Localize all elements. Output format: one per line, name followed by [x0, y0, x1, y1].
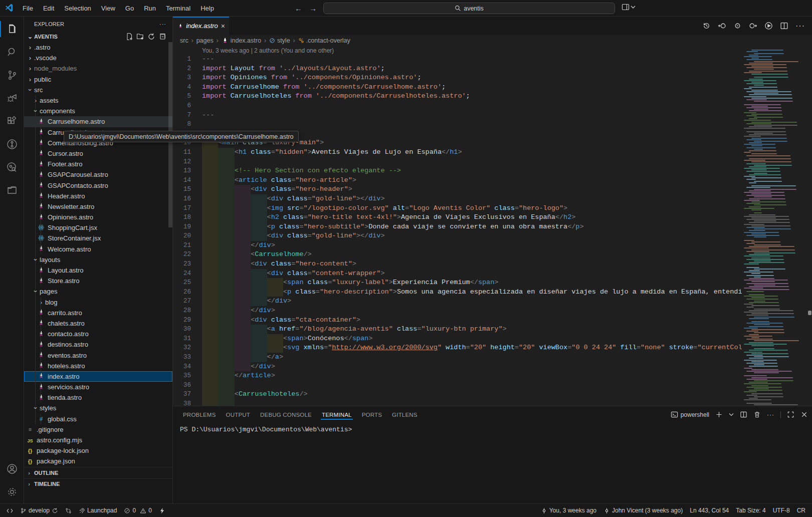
tree-item-chalets-astro[interactable]: chalets.astro — [24, 318, 172, 329]
collapse-all-icon[interactable] — [158, 33, 166, 41]
tree-item-src[interactable]: ›src — [24, 85, 172, 95]
terminal-content[interactable]: PS D:\Usuarios\jmgvi\Documentos\Web\aven… — [173, 423, 812, 503]
status-zap[interactable] — [155, 504, 169, 517]
split-terminal-icon[interactable] — [740, 411, 747, 418]
code-line-17[interactable]: 17<img src="/logotipo-color.svg" alt="Lo… — [173, 204, 742, 213]
code-line-35[interactable]: 35</article> — [173, 371, 742, 381]
status-tab-size-4[interactable]: Tab Size: 4 — [732, 504, 769, 517]
customize-layout-button[interactable] — [622, 3, 636, 11]
panel-tab-problems[interactable]: PROBLEMS — [179, 408, 220, 421]
breadcrumb--contact-overlay[interactable]: .contact-overlay — [298, 37, 350, 44]
tree-item--gitignore[interactable]: ≡.gitignore — [24, 424, 172, 435]
tree-item-gsapcarousel-astro[interactable]: GSAPCarousel.astro — [24, 169, 172, 180]
tree-item-destinos-astro[interactable]: destinos.astro — [24, 339, 172, 350]
tree-item-shoppingcart-jsx[interactable]: ShoppingCart.jsx — [24, 222, 172, 233]
code-line-11[interactable]: 11<h1 class="hidden">Aventis Viajes de L… — [173, 148, 742, 157]
new-file-icon[interactable] — [125, 33, 133, 41]
tree-item-layouts[interactable]: ›layouts — [24, 254, 172, 265]
search-view-icon[interactable] — [0, 41, 24, 64]
nav-back-button[interactable]: ← — [295, 4, 302, 13]
project-section-header[interactable]: ⌄ AVENTIS — [24, 31, 172, 42]
menu-terminal[interactable]: Terminal — [161, 3, 195, 14]
breadcrumb-src[interactable]: src — [180, 37, 188, 44]
code-line-33[interactable]: 33</a> — [173, 353, 742, 362]
more-actions-icon[interactable]: ··· — [795, 22, 805, 31]
tree-item-hoteles-astro[interactable]: hoteles.astro — [24, 361, 172, 371]
gitlens-inspect-icon[interactable] — [0, 156, 24, 179]
tree-item-store-astro[interactable]: Store.astro — [24, 276, 172, 286]
tree-item--vscode[interactable]: ›.vscode — [24, 53, 172, 63]
status-ln-443-col-54[interactable]: Ln 443, Col 54 — [686, 504, 732, 517]
status-remote[interactable] — [3, 504, 17, 517]
explorer-icon[interactable] — [0, 18, 24, 41]
tree-item-public[interactable]: ›public — [24, 74, 172, 85]
menu-run[interactable]: Run — [139, 3, 160, 14]
breadcrumb-index-astro[interactable]: index.astro — [222, 37, 261, 44]
code-line-36[interactable]: 36 — [173, 381, 742, 390]
code-line-4[interactable]: 4import Carruselhome from '../components… — [173, 83, 742, 92]
kill-terminal-trash-icon[interactable] — [753, 411, 761, 418]
code-area[interactable]: You, 3 weeks ago | 2 authors (You and on… — [173, 46, 742, 406]
panel-tab-debug-console[interactable]: DEBUG CONSOLE — [256, 408, 316, 421]
status-you-3-weeks-ago[interactable]: You, 3 weeks ago — [537, 504, 600, 517]
extensions-icon[interactable] — [0, 110, 24, 133]
tree-item-assets[interactable]: ›assets — [24, 95, 172, 106]
tree-item-layout-astro[interactable]: Layout.astro — [24, 265, 172, 276]
panel-tab-ports[interactable]: PORTS — [358, 408, 386, 421]
terminal-dropdown-icon[interactable] — [729, 411, 734, 418]
code-line-13[interactable]: 13<!-- Hero Section con efecto elegante … — [173, 166, 742, 176]
code-line-15[interactable]: 15<div class="hero-header"> — [173, 185, 742, 194]
panel-more-actions-icon[interactable]: ··· — [767, 411, 774, 418]
run-file-icon[interactable] — [764, 22, 773, 30]
tree-item-carruselhome-astro[interactable]: Carruselhome.astro — [24, 116, 172, 127]
tree-item-pages[interactable]: ›pages — [24, 286, 172, 297]
code-line-3[interactable]: 3import Opiniones from '../components/Op… — [173, 73, 742, 83]
menu-view[interactable]: View — [97, 3, 120, 14]
split-editor-icon[interactable] — [780, 22, 788, 30]
minimap[interactable] — [742, 46, 807, 406]
code-line-31[interactable]: 31<span>Conócenos</span> — [173, 334, 742, 344]
code-line-18[interactable]: 18<h2 class="hero-title text-4xl!">Agenc… — [173, 213, 742, 222]
tree-item-opiniones-astro[interactable]: Opiniones.astro — [24, 212, 172, 222]
tree-item-newsletter-astro[interactable]: Newsletter.astro — [24, 201, 172, 212]
tree-item-components[interactable]: ›components — [24, 106, 172, 116]
tree-item-welcome-astro[interactable]: Welcome.astro — [24, 244, 172, 254]
code-line-20[interactable]: 20<div class="gold-line"></div> — [173, 231, 742, 241]
source-control-icon[interactable] — [0, 64, 24, 87]
status-develop[interactable]: develop — [17, 504, 62, 517]
code-line-25[interactable]: 25<span class="luxury-label">Experiencia… — [173, 278, 742, 288]
breadcrumb-pages[interactable]: pages — [196, 37, 214, 44]
settings-gear-icon[interactable] — [0, 480, 24, 503]
status-john-vicent-3-weeks-ago-[interactable]: John Vicent (3 weeks ago) — [600, 504, 686, 517]
breadcrumb-style[interactable]: style — [269, 37, 290, 44]
tree-item-astro-config-mjs[interactable]: JSastro.config.mjs — [24, 435, 172, 445]
tree-item-global-css[interactable]: #global.css — [24, 414, 172, 424]
code-line-2[interactable]: 2import Layout from '../layouts/Layout.a… — [173, 64, 742, 74]
tree-item-package-lock-json[interactable]: {}package-lock.json — [24, 445, 172, 456]
tree-item--astro[interactable]: ›.astro — [24, 42, 172, 53]
tab-index-astro[interactable]: index.astro × — [173, 17, 229, 35]
panel-tab-terminal[interactable]: TERMINAL — [318, 408, 356, 421]
close-panel-icon[interactable] — [800, 411, 808, 418]
panel-tab-output[interactable]: OUTPUT — [222, 408, 254, 421]
code-line-38[interactable]: 38 — [173, 399, 742, 406]
outline-section[interactable]: ›OUTLINE — [24, 467, 172, 478]
status-0[interactable]: 00 — [120, 504, 155, 517]
menu-file[interactable]: File — [18, 3, 38, 14]
menu-help[interactable]: Help — [196, 3, 219, 14]
code-line-30[interactable]: 30<a href="/blog/agencia-aventis" class=… — [173, 325, 742, 334]
code-line-27[interactable]: 27</div> — [173, 297, 742, 306]
tree-item-carrito-astro[interactable]: carrito.astro — [24, 308, 172, 318]
timeline-section[interactable]: ›TIMELINE — [24, 478, 172, 489]
menu-edit[interactable]: Edit — [39, 3, 59, 14]
new-folder-icon[interactable] — [136, 33, 144, 41]
accounts-icon[interactable] — [0, 457, 24, 480]
menu-selection[interactable]: Selection — [60, 3, 95, 14]
new-terminal-icon[interactable] — [715, 411, 723, 418]
code-line-6[interactable]: 6 — [173, 101, 742, 111]
code-line-32[interactable]: 32<svg xmlns="http://www.w3.org/2000/svg… — [173, 343, 742, 353]
tree-item-index-astro[interactable]: index.astro — [24, 371, 172, 382]
status-compare[interactable] — [62, 504, 75, 517]
nav-forward-button[interactable]: → — [309, 4, 317, 13]
tree-item-storecontainer-jsx[interactable]: StoreContainer.jsx — [24, 233, 172, 243]
